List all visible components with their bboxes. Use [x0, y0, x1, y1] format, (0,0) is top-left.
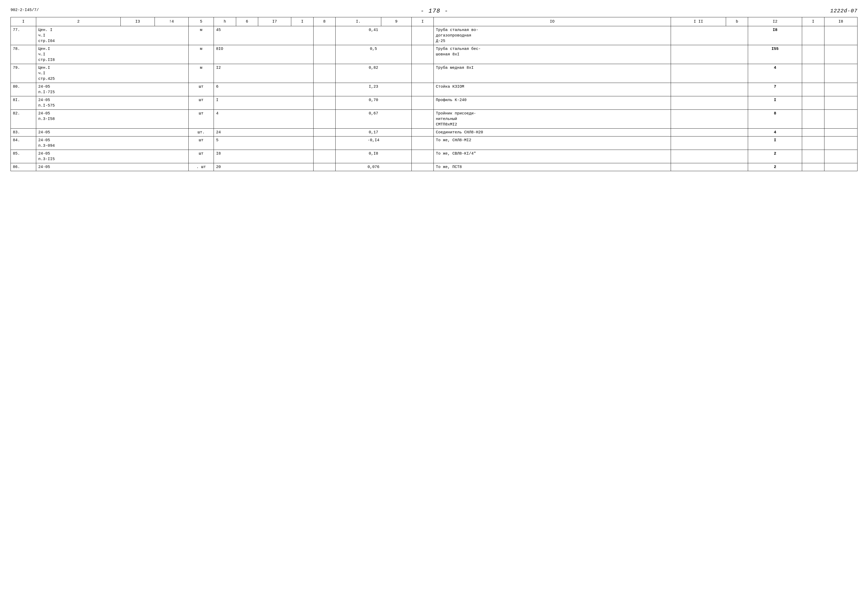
table-cell: Труба стальная во- догазопроводная Д-25	[434, 26, 671, 45]
table-cell: 0,I8	[335, 150, 412, 163]
table-cell	[824, 136, 857, 150]
table-cell	[802, 96, 824, 110]
col-header-18: I8	[824, 17, 857, 26]
table-cell: Цен.I ч.I стр.425	[36, 64, 188, 83]
table-cell: Труба стальная бес- шовная 8xI	[434, 45, 671, 64]
table-cell	[824, 64, 857, 83]
table-cell: 7	[748, 83, 802, 96]
col-header-10: IO	[434, 17, 671, 26]
table-cell: Соединитель СНЛ8-Н20	[434, 129, 671, 136]
table-cell: 2	[748, 163, 802, 171]
table-cell	[313, 163, 335, 171]
table-cell: 4	[748, 129, 802, 136]
col-header-12: I2	[748, 17, 802, 26]
table-cell: 0,076	[335, 163, 412, 171]
table-cell	[671, 110, 748, 129]
table-row: 80.24-05 п.I-7I5шт6I,23Стойка КЗIОМ7	[11, 83, 858, 96]
table-cell	[313, 110, 335, 129]
table-cell	[412, 129, 434, 136]
table-cell: 8	[748, 110, 802, 129]
table-cell: 0,70	[335, 96, 412, 110]
table-cell: I2	[214, 64, 313, 83]
table-cell	[671, 136, 748, 150]
table-cell	[824, 83, 857, 96]
table-cell	[671, 64, 748, 83]
table-cell: м	[188, 45, 214, 64]
table-cell: 24-05 п.3-I58	[36, 110, 188, 129]
table-cell	[313, 64, 335, 83]
col-header-b: b	[726, 17, 748, 26]
table-cell	[671, 45, 748, 64]
col-header-11: I II	[671, 17, 726, 26]
table-cell	[313, 136, 335, 150]
table-cell: То же, СНЛ8-МI2	[434, 136, 671, 150]
table-cell	[313, 26, 335, 45]
table-cell: 84.	[11, 136, 36, 150]
table-cell	[802, 136, 824, 150]
table-cell: 5	[214, 136, 313, 150]
table-cell: I	[214, 96, 313, 110]
table-cell: 45	[214, 26, 313, 45]
table-cell: 86.	[11, 163, 36, 171]
table-cell	[824, 110, 857, 129]
table-cell	[824, 129, 857, 136]
table-cell	[412, 26, 434, 45]
table-row: 86.24-05. шт200,076То же, ПСТ82	[11, 163, 858, 171]
col-header-6: 6	[236, 17, 258, 26]
doc-reference: 902-2-I45/7/	[10, 8, 39, 12]
col-header-3: I3	[121, 17, 155, 26]
table-cell: 0,17	[335, 129, 412, 136]
table-cell	[824, 26, 857, 45]
table-row: 83.24-05шт.240,17Соединитель СНЛ8-Н204	[11, 129, 858, 136]
table-cell: 24-05	[36, 129, 188, 136]
table-cell: 24-05 п.I-7I5	[36, 83, 188, 96]
table-cell: Стойка КЗIОМ	[434, 83, 671, 96]
table-cell: 20	[214, 163, 313, 171]
table-cell: 24-05	[36, 163, 188, 171]
table-row: 79.Цен.I ч.I стр.425мI20,82Труба медная …	[11, 64, 858, 83]
table-cell: Профиль К-240	[434, 96, 671, 110]
table-cell: 0,5	[335, 45, 412, 64]
table-cell	[802, 26, 824, 45]
table-row: 85.24-05 п.3-II5штI80,I8То же, СВЛ8-КI/4…	[11, 150, 858, 163]
table-cell: ·0,I4	[335, 136, 412, 150]
table-cell: 2	[748, 150, 802, 163]
doc-center: - 178 -	[39, 8, 830, 15]
table-cell: м	[188, 64, 214, 83]
table-cell: 6	[214, 83, 313, 96]
table-cell: . шт	[188, 163, 214, 171]
col-header-sep: I	[802, 17, 824, 26]
col-header-i: I	[291, 17, 313, 26]
table-cell	[412, 163, 434, 171]
document-header: 902-2-I45/7/ - 178 - 1222d·07	[10, 8, 858, 15]
table-cell	[802, 45, 824, 64]
doc-number: 1222d·07	[830, 8, 858, 14]
table-cell: шт	[188, 96, 214, 110]
table-cell: 82.	[11, 110, 36, 129]
col-header-4: !4	[155, 17, 188, 26]
table-cell: 4	[748, 64, 802, 83]
table-cell	[802, 64, 824, 83]
table-cell: 77.	[11, 26, 36, 45]
table-cell: I	[748, 136, 802, 150]
table-cell	[802, 83, 824, 96]
table-cell: 85.	[11, 150, 36, 163]
table-cell	[671, 26, 748, 45]
table-cell: 0,41	[335, 26, 412, 45]
table-cell: шт	[188, 136, 214, 150]
table-cell: I,23	[335, 83, 412, 96]
table-cell	[671, 129, 748, 136]
table-cell	[412, 96, 434, 110]
table-cell	[824, 45, 857, 64]
table-cell: 79.	[11, 64, 36, 83]
table-cell	[671, 150, 748, 163]
table-cell: 83.	[11, 129, 36, 136]
table-cell	[824, 163, 857, 171]
table-cell	[313, 129, 335, 136]
table-cell: 24-05 п.3-094	[36, 136, 188, 150]
table-row: 82.24-05 п.3-I58шт40,67Тройник присоеди-…	[11, 110, 858, 129]
table-cell: шт.	[188, 129, 214, 136]
table-cell: шт	[188, 83, 214, 96]
col-header-2: 2	[36, 17, 121, 26]
table-cell	[412, 83, 434, 96]
